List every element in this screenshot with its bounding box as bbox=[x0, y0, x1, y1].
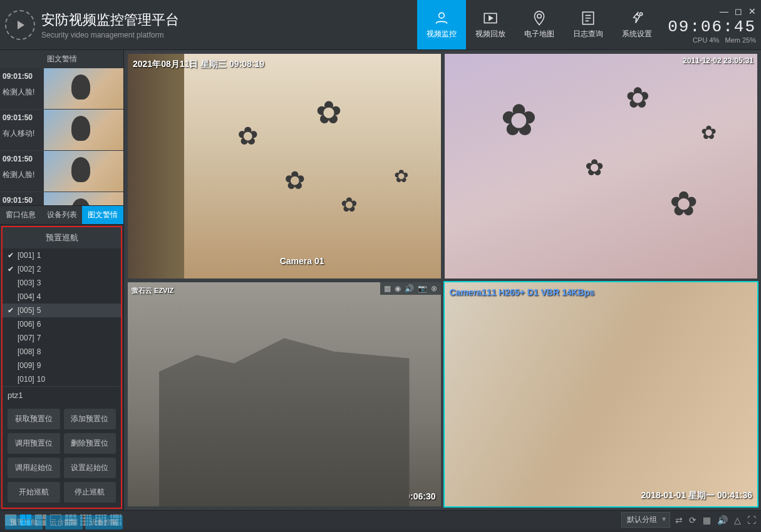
warning-icon[interactable]: △ bbox=[734, 515, 741, 525]
svg-point-4 bbox=[640, 13, 643, 15]
preset-item[interactable]: [004] 4 bbox=[3, 290, 121, 304]
preset-id: [005] bbox=[18, 306, 34, 315]
topbar: 安防视频监控管理平台 Security video management pla… bbox=[0, 0, 761, 50]
video-feed-3[interactable]: ▦ ◉ 🔊 📷 ⊗ 萤石云 EZVIZ 2021-08-11 09:06:30 bbox=[128, 282, 441, 507]
feed4-timestamp: 2018-01-01 星期一 00:41:36 bbox=[641, 490, 752, 501]
alert-thumbnail bbox=[44, 151, 123, 192]
record-icon[interactable]: ◉ bbox=[395, 284, 401, 293]
nav-label: 日志查询 bbox=[573, 29, 603, 39]
preset-label: 5 bbox=[37, 306, 41, 315]
preset-id: [002] bbox=[18, 265, 34, 274]
sidebar: 图文警情 09:01:50检测人脸!09:01:50有人移动!09:01:50检… bbox=[0, 50, 124, 510]
preset-button[interactable]: 设置起始位 bbox=[64, 458, 116, 478]
nav-日志查询[interactable]: 日志查询 bbox=[564, 0, 613, 49]
preset-buttons: 获取预置位添加预置位调用预置位删除预置位调用起始位设置起始位开始巡航停止巡航 bbox=[3, 404, 121, 508]
close-icon[interactable]: ✕ bbox=[748, 6, 756, 16]
fullscreen-icon[interactable]: ⛶ bbox=[747, 515, 756, 525]
alert-thumbnail bbox=[44, 192, 123, 205]
alert-time: 09:01:50 bbox=[3, 196, 41, 205]
grid-icon[interactable]: ▦ bbox=[703, 515, 711, 525]
check-icon: ✔ bbox=[8, 265, 15, 274]
preset-item[interactable]: ✔[005] 5 bbox=[3, 304, 121, 317]
preset-item[interactable]: [007] 7 bbox=[3, 331, 121, 345]
volume-icon[interactable]: 🔊 bbox=[717, 515, 728, 525]
preset-button[interactable]: 调用预置位 bbox=[8, 433, 60, 454]
alert-time: 09:01:50 bbox=[3, 72, 41, 81]
preset-item[interactable]: ✔[002] 2 bbox=[3, 262, 121, 276]
nav-视频监控[interactable]: 视频监控 bbox=[417, 0, 466, 49]
preset-item[interactable]: [009] 9 bbox=[3, 359, 121, 372]
preset-panel: 预置巡航 ✔[001] 1✔[002] 2[003] 3[004] 4✔[005… bbox=[1, 226, 122, 509]
alert-msg: 有人移动! bbox=[3, 128, 41, 139]
sidebar-bottom-tab[interactable]: 云台控制 bbox=[45, 515, 83, 529]
alert-item[interactable]: 09:01:50 bbox=[0, 192, 123, 205]
preset-item[interactable]: ✔[001] 1 bbox=[3, 248, 121, 262]
maximize-icon[interactable]: ◻ bbox=[735, 6, 742, 16]
alert-time: 09:01:50 bbox=[3, 155, 41, 163]
preset-id: [010] bbox=[18, 375, 34, 384]
sidebar-bottom-tabs: 预置巡航云台控制设备控制 bbox=[5, 515, 123, 529]
preset-item[interactable]: [008] 8 bbox=[3, 345, 121, 359]
preset-button[interactable]: 停止巡航 bbox=[64, 482, 116, 503]
nav-label: 视频回放 bbox=[475, 29, 505, 39]
preset-button[interactable]: 删除预置位 bbox=[64, 433, 116, 454]
link-icon[interactable]: ⇄ bbox=[675, 515, 683, 525]
feed-close-icon[interactable]: ⊗ bbox=[431, 284, 437, 293]
alert-item[interactable]: 09:01:50检测人脸! bbox=[0, 151, 123, 192]
alert-list[interactable]: 09:01:50检测人脸!09:01:50有人移动!09:01:50检测人脸!0… bbox=[0, 68, 123, 205]
preset-button[interactable]: 获取预置位 bbox=[8, 409, 60, 429]
sidebar-bottom-tab[interactable]: 设备控制 bbox=[85, 515, 123, 529]
alert-thumbnail bbox=[44, 68, 123, 109]
ptz-name: ptz1 bbox=[3, 386, 121, 404]
preset-item[interactable]: [010] 10 bbox=[3, 372, 121, 386]
preset-label: 6 bbox=[37, 320, 41, 329]
feed4-info: Camera111 H265+ D1 VBR 14KBps bbox=[450, 287, 595, 297]
check-icon: ✔ bbox=[8, 251, 15, 260]
preset-label: 9 bbox=[37, 361, 41, 370]
sidebar-tab-设备列表[interactable]: 设备列表 bbox=[41, 206, 83, 224]
audio-icon[interactable]: 🔊 bbox=[405, 284, 414, 293]
alert-msg: 检测人脸! bbox=[3, 170, 41, 180]
preset-item[interactable]: [003] 3 bbox=[3, 276, 121, 290]
window-controls: — ◻ ✕ bbox=[668, 6, 756, 16]
alert-item[interactable]: 09:01:50检测人脸! bbox=[0, 68, 123, 110]
preset-item[interactable]: [006] 6 bbox=[3, 317, 121, 331]
video-feed-4[interactable]: Camera111 H265+ D1 VBR 14KBps 2018-01-01… bbox=[445, 282, 758, 507]
snapshot-icon[interactable]: 📷 bbox=[418, 284, 427, 293]
clock: 09:06:45 bbox=[668, 18, 756, 36]
feed1-camera-label: Camera 01 bbox=[280, 256, 324, 266]
nav-系统设置[interactable]: 系统设置 bbox=[613, 0, 661, 49]
video-feed-1[interactable]: ✿ ✿ ✿ ✿ ✿ 2021年08月11日 星期三 09:08:19 Camer… bbox=[128, 54, 441, 279]
preset-label: 10 bbox=[37, 375, 45, 384]
feed3-timestamp: 2021-08-11 09:06:30 bbox=[353, 491, 436, 501]
sidebar-tab-图文警情[interactable]: 图文警情 bbox=[82, 206, 123, 224]
nav-label: 电子地图 bbox=[524, 29, 554, 39]
sidebar-tabs: 窗口信息设备列表图文警情 bbox=[0, 205, 123, 225]
nav-label: 视频监控 bbox=[427, 29, 457, 39]
refresh-icon[interactable]: ⟳ bbox=[689, 515, 696, 525]
preset-label: 4 bbox=[37, 292, 41, 301]
preset-button[interactable]: 开始巡航 bbox=[8, 482, 60, 503]
preset-label: 7 bbox=[37, 334, 41, 342]
minimize-icon[interactable]: — bbox=[720, 6, 728, 16]
sidebar-bottom-tab[interactable]: 预置巡航 bbox=[5, 515, 43, 529]
preset-button[interactable]: 添加预置位 bbox=[64, 409, 116, 429]
preset-id: [008] bbox=[18, 347, 34, 356]
check-icon: ✔ bbox=[8, 306, 15, 315]
bottom-tool-icons: ⇄ ⟳ ▦ 🔊 △ ⛶ bbox=[675, 515, 756, 525]
preset-id: [006] bbox=[18, 320, 34, 329]
sidebar-tab-窗口信息[interactable]: 窗口信息 bbox=[0, 206, 41, 224]
preset-list[interactable]: ✔[001] 1✔[002] 2[003] 3[004] 4✔[005] 5[0… bbox=[3, 248, 121, 386]
feed3-watermark: 萤石云 EZVIZ bbox=[132, 286, 173, 295]
preset-label: 1 bbox=[37, 251, 41, 260]
video-feed-2[interactable]: ✿ ✿ ✿ ✿ ✿ 2011-12-02 23:05:31 bbox=[445, 54, 758, 279]
preset-id: [003] bbox=[18, 279, 34, 287]
layout-icon[interactable]: ▦ bbox=[384, 284, 391, 293]
preset-button[interactable]: 调用起始位 bbox=[8, 458, 60, 478]
alert-panel-header: 图文警情 bbox=[0, 50, 123, 68]
nav-电子地图[interactable]: 电子地图 bbox=[515, 0, 564, 49]
nav-视频回放[interactable]: 视频回放 bbox=[466, 0, 515, 49]
alert-item[interactable]: 09:01:50有人移动! bbox=[0, 110, 123, 151]
group-select[interactable]: 默认分组 bbox=[621, 512, 670, 528]
app-subtitle: Security video management platform bbox=[41, 31, 179, 39]
